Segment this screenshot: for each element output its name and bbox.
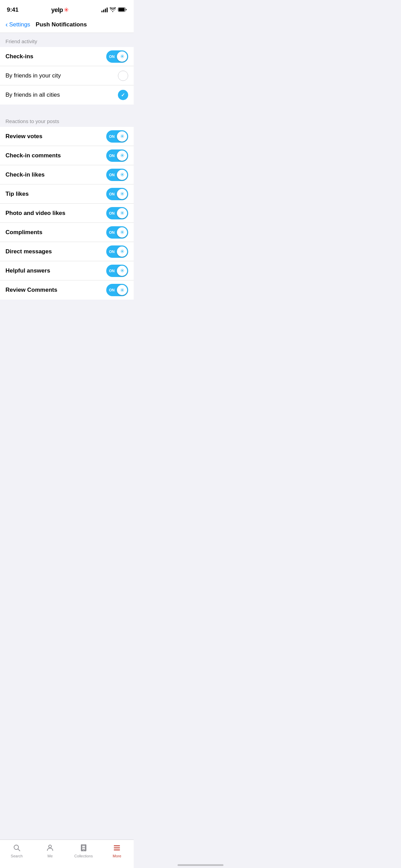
- signal-icon: [101, 8, 108, 12]
- yelp-burst-icon: ✳: [120, 152, 124, 159]
- toggle-on-label: ON: [109, 154, 115, 158]
- bottom-gap: [0, 300, 134, 308]
- list-item[interactable]: Check-ins ON ✳: [0, 47, 134, 66]
- back-label: Settings: [9, 21, 30, 28]
- tip-likes-toggle[interactable]: ON ✳: [106, 188, 128, 200]
- yelp-text: yelp: [51, 7, 63, 14]
- page-title: Push Notifications: [36, 21, 87, 28]
- toggle-on-label: ON: [109, 173, 115, 177]
- list-item[interactable]: Tip likes ON ✳: [0, 184, 134, 204]
- section-gap: [0, 105, 134, 113]
- section-header-friend-activity: Friend activity: [0, 33, 134, 47]
- photo-video-label: Photo and video likes: [5, 210, 65, 217]
- toggle-on-label: ON: [109, 211, 115, 215]
- toggle-on-label: ON: [109, 230, 115, 234]
- toggle-on-label: ON: [109, 269, 115, 273]
- nav-bar: ‹ Settings Push Notifications: [0, 17, 134, 33]
- yelp-burst-icon: ✳: [120, 191, 124, 197]
- list-item[interactable]: By friends in your city: [0, 66, 134, 85]
- list-item[interactable]: By friends in all cities ✓: [0, 85, 134, 105]
- radio-check-icon: ✓: [121, 92, 125, 98]
- yelp-burst-icon: ✳: [120, 229, 124, 236]
- direct-messages-toggle[interactable]: ON ✳: [106, 245, 128, 258]
- compliments-toggle[interactable]: ON ✳: [106, 226, 128, 239]
- toggle-knob: ✳: [117, 266, 127, 276]
- yelp-burst-icon: ✳: [120, 267, 124, 274]
- toggle-on-label: ON: [109, 250, 115, 254]
- list-item[interactable]: Review Comments ON ✳: [0, 280, 134, 300]
- yelp-burst-icon: ✳: [120, 53, 124, 60]
- back-chevron-icon: ‹: [5, 21, 8, 28]
- checkins-toggle[interactable]: ON ✳: [106, 50, 128, 63]
- review-votes-toggle[interactable]: ON ✳: [106, 130, 128, 143]
- yelp-burst-icon: ✳: [120, 210, 124, 216]
- toggle-on-label: ON: [109, 134, 115, 138]
- helpful-answers-label: Helpful answers: [5, 267, 50, 274]
- list-item[interactable]: Photo and video likes ON ✳: [0, 204, 134, 223]
- list-item[interactable]: Helpful answers ON ✳: [0, 261, 134, 280]
- wifi-icon: [110, 7, 116, 13]
- toggle-on-label: ON: [109, 288, 115, 292]
- status-bar: 9:41 yelp✳: [0, 0, 134, 17]
- toggle-knob: ✳: [117, 189, 127, 199]
- list-item[interactable]: Check-in likes ON ✳: [0, 165, 134, 184]
- section-header-reactions: Reactions to your posts: [0, 113, 134, 127]
- friends-all-label: By friends in all cities: [5, 92, 60, 98]
- yelp-burst-icon: ✳: [120, 287, 124, 293]
- direct-messages-label: Direct messages: [5, 248, 52, 255]
- yelp-star-icon: ✳: [64, 6, 69, 14]
- checkin-comments-toggle[interactable]: ON ✳: [106, 149, 128, 162]
- checkins-label: Check-ins: [5, 53, 33, 60]
- review-comments-label: Review Comments: [5, 287, 57, 293]
- friends-city-label: By friends in your city: [5, 72, 61, 79]
- friends-all-radio[interactable]: ✓: [118, 90, 128, 100]
- svg-rect-1: [119, 8, 125, 11]
- list-item[interactable]: Review votes ON ✳: [0, 127, 134, 146]
- checkin-likes-toggle[interactable]: ON ✳: [106, 169, 128, 181]
- toggle-knob: ✳: [117, 170, 127, 180]
- toggle-on-label: ON: [109, 192, 115, 196]
- toggle-knob: ✳: [117, 150, 127, 161]
- toggle-knob: ✳: [117, 51, 127, 62]
- compliments-label: Compliments: [5, 229, 42, 236]
- toggle-knob: ✳: [117, 285, 127, 295]
- checkin-likes-label: Check-in likes: [5, 171, 45, 178]
- yelp-burst-icon: ✳: [120, 171, 124, 178]
- helpful-answers-toggle[interactable]: ON ✳: [106, 265, 128, 277]
- content-area: Friend activity Check-ins ON ✳ By friend…: [0, 33, 134, 336]
- list-item[interactable]: Direct messages ON ✳: [0, 242, 134, 261]
- app-logo: yelp✳: [51, 6, 69, 14]
- toggle-knob: ✳: [117, 227, 127, 238]
- toggle-knob: ✳: [117, 208, 127, 218]
- friends-city-radio[interactable]: [118, 71, 128, 81]
- review-votes-label: Review votes: [5, 133, 42, 140]
- checkin-comments-label: Check-in comments: [5, 152, 61, 159]
- toggle-on-label: ON: [109, 55, 115, 59]
- friend-activity-group: Check-ins ON ✳ By friends in your city B…: [0, 47, 134, 105]
- list-item[interactable]: Compliments ON ✳: [0, 223, 134, 242]
- list-item[interactable]: Check-in comments ON ✳: [0, 146, 134, 165]
- toggle-knob: ✳: [117, 246, 127, 257]
- status-icons: [101, 7, 127, 13]
- photo-video-toggle[interactable]: ON ✳: [106, 207, 128, 219]
- review-comments-toggle[interactable]: ON ✳: [106, 284, 128, 296]
- yelp-burst-icon: ✳: [120, 248, 124, 255]
- battery-icon: [118, 7, 127, 13]
- back-button[interactable]: ‹ Settings: [5, 21, 30, 28]
- yelp-burst-icon: ✳: [120, 133, 124, 140]
- reactions-group: Review votes ON ✳ Check-in comments ON ✳…: [0, 127, 134, 300]
- toggle-knob: ✳: [117, 131, 127, 142]
- status-time: 9:41: [7, 7, 19, 13]
- tip-likes-label: Tip likes: [5, 191, 29, 197]
